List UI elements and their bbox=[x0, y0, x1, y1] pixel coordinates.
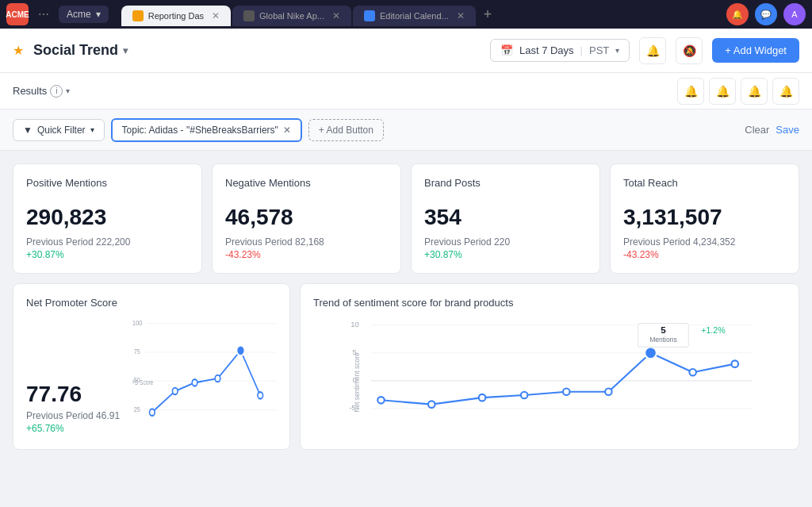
calendar-icon: 📅 bbox=[500, 44, 513, 56]
add-filter-label: + Add Button bbox=[319, 125, 373, 136]
svg-text:Net sentiment score: Net sentiment score bbox=[353, 352, 361, 413]
tab-close-nike[interactable]: ✕ bbox=[332, 10, 340, 21]
sound-btn-1[interactable]: 🔔 bbox=[677, 78, 704, 105]
svg-point-28 bbox=[563, 388, 570, 395]
brand-posts-card: Brand Posts 354 Previous Period 220 +30.… bbox=[411, 163, 600, 274]
tabs-container: Reporting Das ✕ Global Nike Ap... ✕ Edit… bbox=[115, 3, 720, 26]
quick-filter-label: Quick Filter bbox=[37, 125, 86, 136]
main-content: Positive Mentions 290,823 Previous Perio… bbox=[0, 151, 812, 507]
add-filter-button[interactable]: + Add Button bbox=[308, 119, 384, 141]
mute-button-2[interactable]: 🔕 bbox=[676, 37, 703, 64]
trend-card: Trend of sentiment score for brand produ… bbox=[300, 283, 799, 450]
nps-title: Net Promoter Score bbox=[26, 297, 277, 309]
nps-values: 77.76 Previous Period 46.91 +65.76% bbox=[26, 315, 120, 442]
nps-change: +65.76% bbox=[26, 423, 120, 434]
results-info-icon[interactable]: i bbox=[50, 85, 63, 98]
total-reach-prev: Previous Period 4,234,352 bbox=[623, 236, 786, 248]
tab-label-reporting: Reporting Das bbox=[148, 11, 204, 21]
nps-content: 77.76 Previous Period 46.91 +65.76% 100 … bbox=[26, 315, 277, 442]
svg-text:NPS Score: NPS Score bbox=[132, 378, 153, 386]
svg-point-36 bbox=[732, 360, 739, 367]
tab-icon-nike bbox=[243, 10, 255, 21]
negative-mentions-value: 46,578 bbox=[225, 205, 388, 230]
date-range-label: Last 7 Days bbox=[519, 44, 574, 56]
svg-point-27 bbox=[521, 392, 528, 399]
negative-mentions-prev: Previous Period 82,168 bbox=[225, 236, 388, 248]
workspace-selector[interactable]: Acme ▾ bbox=[59, 6, 109, 23]
svg-text:75: 75 bbox=[134, 347, 140, 355]
tab-label-editorial: Editorial Calend... bbox=[380, 11, 449, 21]
nps-score: 77.76 bbox=[26, 382, 120, 407]
svg-point-12 bbox=[237, 345, 245, 355]
messages-badge[interactable]: 💬 bbox=[755, 3, 777, 25]
nps-chart: 100 75 50 25 bbox=[132, 315, 277, 442]
svg-point-25 bbox=[428, 401, 435, 408]
tab-close-editorial[interactable]: ✕ bbox=[457, 10, 465, 21]
sound-btn-3[interactable]: 🔔 bbox=[741, 78, 768, 105]
tab-editorial[interactable]: Editorial Calend... ✕ bbox=[353, 6, 476, 26]
svg-point-26 bbox=[479, 394, 486, 401]
page-title: Social Trend ▾ bbox=[33, 42, 128, 59]
app-logo: ACME bbox=[6, 3, 29, 25]
total-reach-value: 3,131,507 bbox=[623, 205, 786, 230]
notification-badge[interactable]: 🔔 bbox=[726, 3, 749, 25]
tab-nike[interactable]: Global Nike Ap... ✕ bbox=[232, 6, 351, 26]
svg-text:10: 10 bbox=[350, 320, 359, 328]
results-dropdown-icon[interactable]: ▾ bbox=[66, 86, 70, 95]
positive-mentions-value: 290,823 bbox=[26, 205, 189, 230]
mute-button-1[interactable]: 🔔 bbox=[639, 37, 666, 64]
brand-posts-prev: Previous Period 220 bbox=[424, 236, 587, 248]
user-avatar[interactable]: A bbox=[783, 3, 806, 25]
tab-label-nike: Global Nike Ap... bbox=[259, 11, 324, 21]
filter-tag-close-icon[interactable]: ✕ bbox=[283, 125, 291, 136]
svg-point-10 bbox=[192, 379, 197, 386]
sound-btn-2[interactable]: 🔔 bbox=[709, 78, 736, 105]
tab-icon-reporting bbox=[132, 10, 144, 21]
svg-text:+1.2%: +1.2% bbox=[701, 325, 726, 335]
sound-btn-4[interactable]: 🔔 bbox=[772, 78, 799, 105]
svg-text:Mentions: Mentions bbox=[649, 336, 677, 344]
quick-filter-chevron: ▾ bbox=[90, 125, 94, 134]
negative-mentions-card: Negative Mentions 46,578 Previous Period… bbox=[212, 163, 401, 274]
brand-posts-change: +30.87% bbox=[424, 249, 587, 260]
sub-header: Results i ▾ 🔔 🔔 🔔 🔔 bbox=[0, 73, 812, 109]
svg-text:25: 25 bbox=[134, 405, 140, 413]
trend-title: Trend of sentiment score for brand produ… bbox=[313, 297, 786, 309]
bottom-row: Net Promoter Score 77.76 Previous Period… bbox=[13, 283, 799, 450]
title-dropdown-icon[interactable]: ▾ bbox=[123, 45, 128, 56]
positive-mentions-change: +30.87% bbox=[26, 249, 189, 260]
negative-mentions-change: -43.23% bbox=[225, 249, 388, 260]
svg-point-24 bbox=[377, 397, 385, 404]
clear-filters-button[interactable]: Clear bbox=[745, 124, 769, 136]
filter-actions: Clear Save bbox=[745, 124, 799, 136]
results-text: Results bbox=[13, 85, 47, 97]
browser-actions: 🔔 💬 A bbox=[726, 3, 806, 25]
save-filters-button[interactable]: Save bbox=[776, 124, 799, 136]
tab-close-reporting[interactable]: ✕ bbox=[212, 10, 220, 21]
positive-mentions-prev: Previous Period 222,200 bbox=[26, 236, 189, 248]
nps-card: Net Promoter Score 77.76 Previous Period… bbox=[13, 283, 290, 450]
date-range-selector[interactable]: 📅 Last 7 Days | PST ▾ bbox=[490, 39, 630, 62]
filter-icon: ▼ bbox=[23, 125, 33, 136]
nps-prev: Previous Period 46.91 bbox=[26, 410, 120, 421]
total-reach-title: Total Reach bbox=[623, 177, 786, 189]
grid-icon: ⋯ bbox=[35, 8, 52, 21]
timezone-label: PST bbox=[589, 44, 609, 56]
favorite-star-icon[interactable]: ★ bbox=[13, 43, 24, 58]
quick-filter-button[interactable]: ▼ Quick Filter ▾ bbox=[13, 119, 105, 141]
tab-icon-editorial bbox=[364, 10, 375, 21]
workspace-label: Acme bbox=[67, 9, 91, 20]
add-widget-button[interactable]: + Add Widget bbox=[712, 38, 799, 63]
svg-point-35 bbox=[689, 369, 696, 376]
positive-mentions-card: Positive Mentions 290,823 Previous Perio… bbox=[13, 163, 202, 274]
tab-reporting[interactable]: Reporting Das ✕ bbox=[121, 6, 231, 26]
add-tab-button[interactable]: + bbox=[477, 3, 499, 26]
svg-point-11 bbox=[215, 375, 220, 382]
add-widget-label: + Add Widget bbox=[725, 44, 787, 56]
workspace-chevron: ▾ bbox=[96, 9, 101, 20]
app-header: ★ Social Trend ▾ 📅 Last 7 Days | PST ▾ 🔔… bbox=[0, 29, 812, 73]
metrics-row: Positive Mentions 290,823 Previous Perio… bbox=[13, 163, 799, 274]
active-filter-tag[interactable]: Topic: Adidas - "#SheBreaksBarriers" ✕ bbox=[111, 118, 302, 142]
total-reach-change: -43.23% bbox=[623, 249, 786, 260]
total-reach-card: Total Reach 3,131,507 Previous Period 4,… bbox=[610, 163, 799, 274]
